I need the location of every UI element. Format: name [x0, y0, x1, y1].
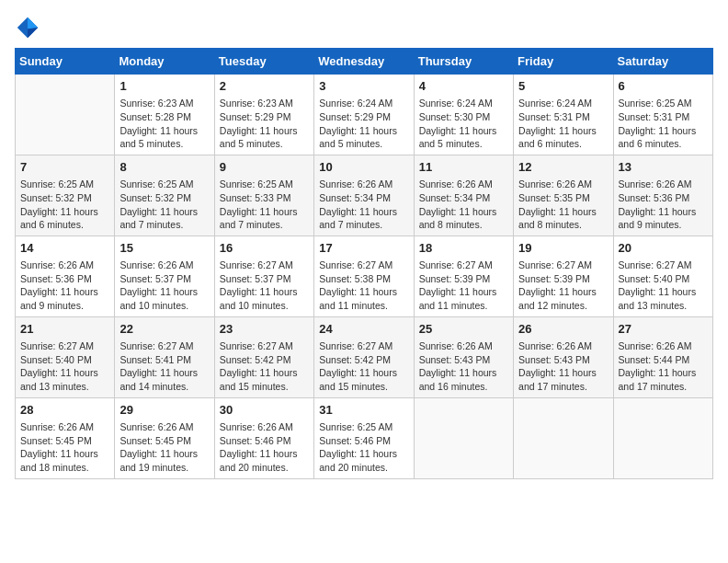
day-number: 29 [119, 402, 209, 419]
week-row-2: 7Sunrise: 6:25 AM Sunset: 5:32 PM Daylig… [16, 155, 713, 236]
calendar-cell: 9Sunrise: 6:25 AM Sunset: 5:33 PM Daylig… [214, 155, 313, 236]
day-info: Sunrise: 6:27 AM Sunset: 5:39 PM Dayligh… [419, 259, 508, 313]
day-header-friday: Friday [514, 49, 613, 75]
day-info: Sunrise: 6:27 AM Sunset: 5:42 PM Dayligh… [319, 339, 408, 394]
calendar-cell: 2Sunrise: 6:23 AM Sunset: 5:29 PM Daylig… [214, 75, 313, 155]
day-number: 26 [518, 321, 608, 338]
logo-icon [15, 15, 40, 40]
day-info: Sunrise: 6:26 AM Sunset: 5:45 PM Dayligh… [119, 420, 209, 475]
calendar-cell: 31Sunrise: 6:25 AM Sunset: 5:46 PM Dayli… [314, 397, 414, 478]
day-info: Sunrise: 6:27 AM Sunset: 5:42 PM Dayligh… [220, 339, 309, 394]
calendar-header-row: SundayMondayTuesdayWednesdayThursdayFrid… [16, 49, 713, 75]
calendar-cell: 10Sunrise: 6:26 AM Sunset: 5:34 PM Dayli… [314, 155, 414, 236]
day-number: 13 [619, 159, 708, 176]
calendar-cell: 21Sunrise: 6:27 AM Sunset: 5:40 PM Dayli… [16, 316, 115, 397]
day-info: Sunrise: 6:26 AM Sunset: 5:44 PM Dayligh… [619, 339, 708, 394]
svg-marker-2 [28, 28, 38, 38]
day-info: Sunrise: 6:27 AM Sunset: 5:38 PM Dayligh… [319, 259, 408, 313]
calendar-cell: 28Sunrise: 6:26 AM Sunset: 5:45 PM Dayli… [16, 397, 115, 478]
calendar-cell: 3Sunrise: 6:24 AM Sunset: 5:29 PM Daylig… [314, 75, 414, 155]
day-info: Sunrise: 6:23 AM Sunset: 5:29 PM Dayligh… [220, 97, 309, 151]
day-number: 16 [220, 240, 309, 257]
week-row-1: 1Sunrise: 6:23 AM Sunset: 5:28 PM Daylig… [16, 75, 713, 155]
day-info: Sunrise: 6:23 AM Sunset: 5:28 PM Dayligh… [119, 97, 209, 151]
calendar-cell: 27Sunrise: 6:26 AM Sunset: 5:44 PM Dayli… [613, 316, 712, 397]
calendar-cell: 1Sunrise: 6:23 AM Sunset: 5:28 PM Daylig… [115, 75, 214, 155]
day-info: Sunrise: 6:24 AM Sunset: 5:31 PM Dayligh… [518, 97, 608, 151]
day-info: Sunrise: 6:26 AM Sunset: 5:45 PM Dayligh… [20, 420, 109, 475]
day-number: 11 [419, 159, 508, 176]
day-info: Sunrise: 6:25 AM Sunset: 5:46 PM Dayligh… [319, 420, 408, 475]
calendar-cell: 5Sunrise: 6:24 AM Sunset: 5:31 PM Daylig… [514, 75, 613, 155]
calendar-cell: 13Sunrise: 6:26 AM Sunset: 5:36 PM Dayli… [613, 155, 712, 236]
day-info: Sunrise: 6:26 AM Sunset: 5:34 PM Dayligh… [419, 178, 508, 232]
day-header-sunday: Sunday [16, 49, 115, 75]
calendar-cell: 12Sunrise: 6:26 AM Sunset: 5:35 PM Dayli… [514, 155, 613, 236]
day-info: Sunrise: 6:26 AM Sunset: 5:35 PM Dayligh… [518, 178, 608, 232]
calendar-cell: 24Sunrise: 6:27 AM Sunset: 5:42 PM Dayli… [314, 316, 414, 397]
calendar-cell: 23Sunrise: 6:27 AM Sunset: 5:42 PM Dayli… [214, 316, 313, 397]
logo [15, 15, 44, 40]
calendar-cell: 19Sunrise: 6:27 AM Sunset: 5:39 PM Dayli… [514, 236, 613, 316]
week-row-4: 21Sunrise: 6:27 AM Sunset: 5:40 PM Dayli… [16, 316, 713, 397]
day-info: Sunrise: 6:27 AM Sunset: 5:40 PM Dayligh… [20, 339, 109, 394]
day-info: Sunrise: 6:27 AM Sunset: 5:41 PM Dayligh… [119, 339, 209, 394]
day-number: 4 [419, 78, 508, 95]
day-number: 7 [20, 159, 109, 176]
day-info: Sunrise: 6:26 AM Sunset: 5:43 PM Dayligh… [419, 339, 508, 394]
day-number: 31 [319, 402, 408, 419]
calendar-cell [16, 75, 115, 155]
page-header [15, 15, 713, 40]
calendar-cell: 22Sunrise: 6:27 AM Sunset: 5:41 PM Dayli… [115, 316, 214, 397]
day-number: 8 [119, 159, 209, 176]
calendar-cell: 18Sunrise: 6:27 AM Sunset: 5:39 PM Dayli… [414, 236, 513, 316]
svg-marker-1 [28, 17, 38, 29]
day-info: Sunrise: 6:27 AM Sunset: 5:37 PM Dayligh… [220, 259, 309, 313]
week-row-3: 14Sunrise: 6:26 AM Sunset: 5:36 PM Dayli… [16, 236, 713, 316]
day-header-wednesday: Wednesday [314, 49, 414, 75]
day-number: 18 [419, 240, 508, 257]
day-info: Sunrise: 6:25 AM Sunset: 5:33 PM Dayligh… [220, 178, 309, 232]
day-header-thursday: Thursday [414, 49, 513, 75]
calendar-cell: 20Sunrise: 6:27 AM Sunset: 5:40 PM Dayli… [613, 236, 712, 316]
day-number: 12 [518, 159, 608, 176]
day-number: 3 [319, 78, 408, 95]
calendar-cell: 6Sunrise: 6:25 AM Sunset: 5:31 PM Daylig… [613, 75, 712, 155]
calendar-cell: 16Sunrise: 6:27 AM Sunset: 5:37 PM Dayli… [214, 236, 313, 316]
calendar-cell [613, 397, 712, 478]
day-info: Sunrise: 6:27 AM Sunset: 5:40 PM Dayligh… [619, 259, 708, 313]
day-number: 21 [20, 321, 109, 338]
day-number: 24 [319, 321, 408, 338]
day-info: Sunrise: 6:24 AM Sunset: 5:30 PM Dayligh… [419, 97, 508, 151]
day-number: 5 [518, 78, 608, 95]
calendar-cell: 14Sunrise: 6:26 AM Sunset: 5:36 PM Dayli… [16, 236, 115, 316]
day-number: 20 [619, 240, 708, 257]
day-info: Sunrise: 6:25 AM Sunset: 5:32 PM Dayligh… [119, 178, 209, 232]
day-number: 23 [220, 321, 309, 338]
day-info: Sunrise: 6:27 AM Sunset: 5:39 PM Dayligh… [518, 259, 608, 313]
week-row-5: 28Sunrise: 6:26 AM Sunset: 5:45 PM Dayli… [16, 397, 713, 478]
day-number: 22 [119, 321, 209, 338]
calendar-cell: 29Sunrise: 6:26 AM Sunset: 5:45 PM Dayli… [115, 397, 214, 478]
calendar-cell: 11Sunrise: 6:26 AM Sunset: 5:34 PM Dayli… [414, 155, 513, 236]
calendar-cell: 15Sunrise: 6:26 AM Sunset: 5:37 PM Dayli… [115, 236, 214, 316]
day-info: Sunrise: 6:26 AM Sunset: 5:43 PM Dayligh… [518, 339, 608, 394]
day-number: 25 [419, 321, 508, 338]
day-info: Sunrise: 6:26 AM Sunset: 5:36 PM Dayligh… [20, 259, 109, 313]
day-number: 10 [319, 159, 408, 176]
calendar-cell: 26Sunrise: 6:26 AM Sunset: 5:43 PM Dayli… [514, 316, 613, 397]
calendar-cell: 4Sunrise: 6:24 AM Sunset: 5:30 PM Daylig… [414, 75, 513, 155]
day-number: 14 [20, 240, 109, 257]
day-number: 15 [119, 240, 209, 257]
calendar-cell: 7Sunrise: 6:25 AM Sunset: 5:32 PM Daylig… [16, 155, 115, 236]
day-number: 2 [220, 78, 309, 95]
day-number: 9 [220, 159, 309, 176]
calendar-cell [514, 397, 613, 478]
day-header-saturday: Saturday [613, 49, 712, 75]
day-info: Sunrise: 6:26 AM Sunset: 5:46 PM Dayligh… [220, 420, 309, 475]
day-header-tuesday: Tuesday [214, 49, 313, 75]
day-number: 19 [518, 240, 608, 257]
day-number: 30 [220, 402, 309, 419]
day-number: 28 [20, 402, 109, 419]
day-info: Sunrise: 6:25 AM Sunset: 5:31 PM Dayligh… [619, 97, 708, 151]
